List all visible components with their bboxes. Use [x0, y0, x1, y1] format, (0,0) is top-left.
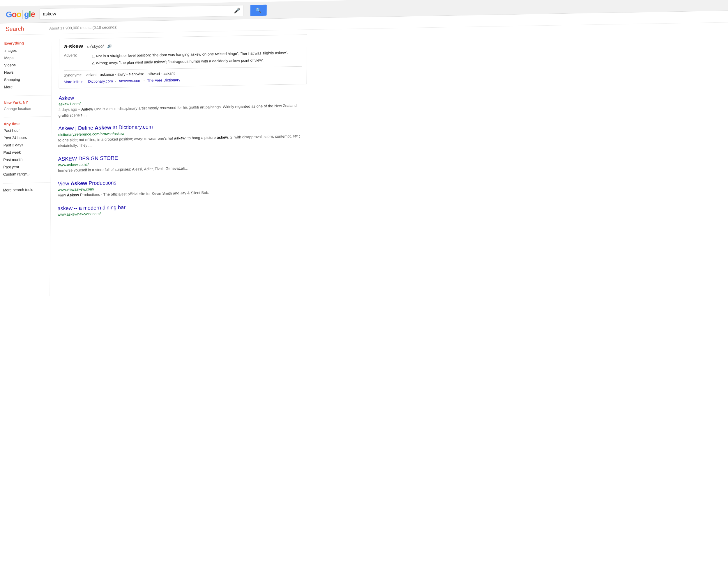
result-snippet-0: 4 days ago – Askew One is a multi-discip… [58, 103, 307, 118]
google-logo[interactable]: Google [6, 9, 35, 20]
dict-word: a·skew [64, 43, 83, 50]
logo-g2: g [24, 9, 29, 19]
time-item-2[interactable]: Past 2 days [3, 141, 51, 149]
dict-synonyms-row: Synonyms: aslant - askance - awry - slan… [64, 66, 302, 77]
search-section-label: Search [5, 25, 41, 32]
change-location[interactable]: Change location [4, 105, 51, 112]
more-search-tools[interactable]: More search tools [3, 186, 50, 194]
results-list: Askewaskew1.com/4 days ago – Askew One i… [58, 90, 307, 217]
time-item-0[interactable]: Past hour [3, 126, 51, 134]
dict-audio-button[interactable]: 🔊 [107, 44, 112, 48]
sidebar-item-videos[interactable]: Videos [4, 61, 52, 69]
result-snippet-3: View Askew Productions - The officialest… [58, 188, 306, 198]
sidebar-nav-section: EverythingImagesMapsVideosNewsShoppingMo… [4, 39, 52, 91]
time-item-1[interactable]: Past 24 hours [3, 134, 51, 142]
result-url-0: askew1.com/ [58, 102, 81, 106]
result-url-4: www.askewnewyork.com/ [58, 212, 101, 217]
result-date-0: 4 days ago – [58, 107, 80, 112]
result-url-1: dictionary.reference.com/browse/askew [58, 131, 124, 137]
result-title-0[interactable]: Askew [58, 95, 74, 101]
dict-pos: Adverb: [64, 53, 84, 67]
logo-g: G [6, 10, 12, 19]
dict-more-info-row: More info » Dictionary.com - Answers.com… [64, 76, 302, 84]
result-3: View Askew Productionswww.viewaskew.com/… [58, 176, 306, 198]
result-url-3: www.viewaskew.com/ [58, 187, 94, 192]
result-2: ASKEW DESIGN STOREwww.askew.co.nz/Immers… [58, 151, 306, 173]
sidebar: EverythingImagesMapsVideosNewsShoppingMo… [0, 34, 52, 297]
sidebar-location-section: New York, NY Change location [4, 99, 51, 112]
result-title-1[interactable]: Askew | Define Askew at Dictionary.com [58, 124, 153, 132]
sidebar-divider-3 [3, 183, 51, 184]
sidebar-item-images[interactable]: Images [4, 46, 52, 54]
search-icon: 🔍 [256, 7, 261, 13]
dict-link-freedict[interactable]: The Free Dictionary [147, 78, 180, 83]
logo-o1: o [11, 10, 16, 19]
dict-sep-1 [85, 79, 86, 84]
dict-definitions: Not in a straight or level position: "th… [96, 49, 288, 67]
dict-synonyms-values: aslant - askance - awry - slantwise - at… [86, 71, 175, 77]
sidebar-divider-1 [4, 95, 51, 96]
sidebar-item-more[interactable]: More [4, 83, 51, 91]
search-input[interactable] [43, 8, 232, 17]
logo-divider [22, 10, 23, 19]
search-bar: 🎤 [40, 5, 243, 20]
dict-more-info-link[interactable]: More info » [64, 79, 83, 84]
time-item-5[interactable]: Past year [3, 163, 51, 171]
time-items: Past hourPast 24 hoursPast 2 daysPast we… [3, 126, 51, 178]
any-time-title: Any time [3, 119, 51, 127]
sidebar-item-everything[interactable]: Everything [4, 39, 52, 47]
sidebar-item-maps[interactable]: Maps [4, 54, 52, 62]
sidebar-item-shopping[interactable]: Shopping [4, 75, 52, 84]
result-title-2[interactable]: ASKEW DESIGN STORE [58, 155, 118, 162]
result-title-3[interactable]: View Askew Productions [58, 180, 116, 187]
mic-icon[interactable]: 🎤 [234, 7, 240, 14]
time-item-3[interactable]: Past week [3, 148, 51, 156]
dict-link-answers[interactable]: Answers.com [119, 78, 141, 83]
dict-pronunciation: /əˈskyoō/ [87, 44, 104, 49]
dictionary-box: a·skew /əˈskyoō/ 🔊 Adverb: Not in a stra… [59, 34, 307, 88]
logo-o2: o [16, 10, 21, 19]
result-url-2: www.askew.co.nz/ [58, 162, 89, 167]
main-layout: EverythingImagesMapsVideosNewsShoppingMo… [0, 22, 728, 297]
dict-synonyms-label: Synonyms: [64, 73, 82, 77]
sidebar-item-news[interactable]: News [4, 68, 52, 76]
logo-e: e [31, 9, 35, 19]
time-item-4[interactable]: Past month [3, 156, 51, 164]
result-1: Askew | Define Askew at Dictionary.comdi… [58, 121, 307, 149]
sidebar-divider-2 [4, 116, 51, 117]
result-snippet-2: Immerse yourself in a store full of surp… [58, 164, 306, 173]
dict-sep-2: - [115, 79, 118, 83]
result-4: askew -- a modern dining barwww.askewnew… [58, 201, 306, 217]
dict-link-dictionary[interactable]: Dictionary.com [88, 79, 113, 84]
sidebar-time-section: Any time Past hourPast 24 hoursPast 2 da… [3, 119, 51, 178]
result-0: Askewaskew1.com/4 days ago – Askew One i… [58, 90, 307, 118]
results-area: a·skew /əˈskyoō/ 🔊 Adverb: Not in a stra… [50, 30, 314, 296]
dict-sep-3: - [144, 78, 146, 83]
search-button[interactable]: 🔍 [251, 5, 267, 16]
time-item-6[interactable]: Custom range... [3, 170, 51, 178]
result-title-4[interactable]: askew -- a modern dining bar [58, 204, 126, 211]
result-stats: About 11,900,000 results (0.18 seconds) [49, 25, 118, 31]
sidebar-location-title: New York, NY [4, 99, 51, 106]
